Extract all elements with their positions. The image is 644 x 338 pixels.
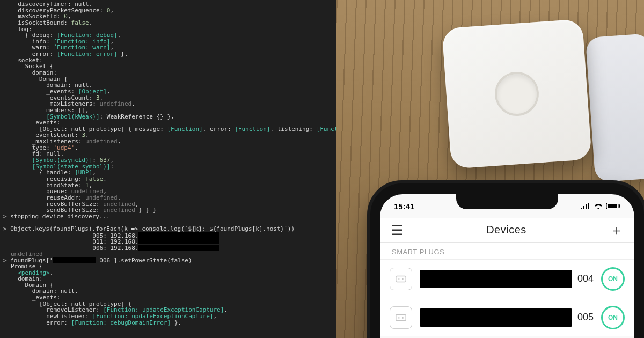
phone-screen: 15:41 ☰ Devices ＋ SMART PLUGS 004ON005ON	[380, 194, 634, 338]
plug-row[interactable]: 005ON	[380, 298, 634, 336]
terminal-line: stopping device discovery...	[0, 214, 336, 220]
svg-rect-1	[608, 204, 617, 208]
terminal-line: <pending>,	[0, 270, 336, 276]
battery-icon	[606, 202, 620, 211]
terminal-line: receiving: false,	[0, 176, 336, 182]
terminal-line: domain:	[0, 70, 336, 76]
terminal-line: reuseAddr: undefined,	[0, 195, 336, 201]
terminal-line: _events: [Object],	[0, 89, 336, 95]
svg-rect-2	[619, 204, 620, 208]
terminal-line: Promise {	[0, 263, 336, 270]
smart-hub-device	[442, 19, 592, 169]
phone-notch	[456, 194, 558, 209]
terminal[interactable]: discoveryTimer: null, discoveryPacketSeq…	[0, 0, 336, 338]
terminal-line: _events:	[0, 295, 336, 301]
terminal-line: discoveryTimer: null,	[0, 1, 336, 8]
power-toggle[interactable]: ON	[601, 306, 625, 329]
section-header: SMART PLUGS	[380, 243, 634, 259]
app-navbar: ☰ Devices ＋	[380, 218, 634, 243]
plug-icon	[390, 306, 412, 329]
svg-rect-7	[398, 317, 399, 319]
terminal-line: _maxListeners: undefined,	[0, 138, 336, 145]
terminal-line: Object.keys(foundPlugs).forEach(k => con…	[0, 226, 336, 232]
status-time: 15:41	[394, 202, 414, 211]
terminal-line: 006: 192.168.	[0, 245, 336, 251]
terminal-line: error: [Function: debugDomainError] },	[0, 320, 336, 326]
power-strip	[586, 33, 644, 182]
plug-row[interactable]: 004ON	[380, 259, 634, 298]
svg-rect-4	[398, 278, 399, 280]
svg-rect-6	[396, 314, 406, 320]
plug-suffix: 004	[577, 273, 594, 284]
plug-icon	[390, 268, 412, 290]
terminal-line: isSocketBound: false,	[0, 20, 336, 26]
page-title: Devices	[486, 224, 526, 236]
svg-rect-8	[402, 317, 404, 319]
phone-frame: 15:41 ☰ Devices ＋ SMART PLUGS 004ON005ON	[370, 183, 644, 338]
terminal-line: undefined	[0, 251, 336, 258]
plug-name-redacted	[420, 270, 572, 288]
wifi-icon	[594, 202, 603, 211]
svg-rect-3	[396, 276, 406, 282]
plug-name-redacted	[420, 308, 572, 327]
plus-icon[interactable]: ＋	[610, 223, 624, 237]
signal-icon	[581, 202, 590, 211]
plug-suffix: 005	[577, 312, 594, 323]
terminal-line: 005: 192.168.	[0, 232, 336, 239]
terminal-line: 011: 192.168.	[0, 238, 336, 245]
terminal-line: error: [Function: error] },	[0, 51, 336, 57]
svg-rect-5	[402, 278, 404, 280]
terminal-line: foundPlugs[' 006'].setPowerState(false)	[0, 257, 336, 263]
hamburger-icon[interactable]: ☰	[391, 223, 403, 237]
power-toggle[interactable]: ON	[601, 267, 625, 291]
